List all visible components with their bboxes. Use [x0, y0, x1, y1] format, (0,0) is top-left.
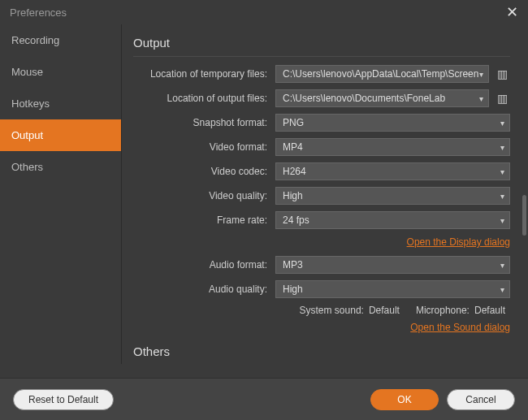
video-quality-select[interactable]: High▾	[275, 187, 510, 205]
chevron-down-icon: ▾	[500, 285, 504, 294]
sidebar-item-output[interactable]: Output	[0, 119, 121, 151]
label-audio-format: Audio format:	[133, 259, 275, 271]
sidebar-item-hotkeys[interactable]: Hotkeys	[0, 88, 121, 119]
section-title-output: Output	[133, 36, 510, 57]
scrollbar[interactable]	[522, 195, 526, 236]
label-temp-location: Location of temporary files:	[133, 68, 275, 80]
chevron-down-icon: ▾	[500, 119, 504, 128]
cancel-button[interactable]: Cancel	[447, 389, 515, 410]
chevron-down-icon: ▾	[500, 216, 504, 225]
sidebar-item-recording[interactable]: Recording	[0, 24, 121, 56]
sidebar-item-mouse[interactable]: Mouse	[0, 56, 121, 88]
chevron-down-icon: ▾	[479, 94, 483, 103]
system-sound-value: Default	[369, 305, 400, 316]
close-icon[interactable]: ✕	[506, 3, 518, 21]
frame-rate-select[interactable]: 24 fps▾	[275, 211, 510, 229]
video-codec-select[interactable]: H264▾	[275, 162, 510, 180]
label-audio-quality: Audio quality:	[133, 284, 275, 295]
footer: Reset to Default OK Cancel	[0, 378, 528, 420]
open-sound-dialog-link[interactable]: Open the Sound dialog	[410, 322, 510, 333]
sidebar-item-label: Output	[11, 129, 43, 141]
label-frame-rate: Frame rate:	[133, 214, 275, 226]
sidebar-item-label: Recording	[11, 34, 59, 46]
output-location-select[interactable]: C:\Users\lenovo\Documents\FoneLab▾	[275, 89, 489, 107]
sidebar-item-label: Others	[11, 161, 43, 173]
ok-button[interactable]: OK	[370, 389, 439, 410]
folder-icon[interactable]: ▥	[494, 67, 510, 81]
temp-location-select[interactable]: C:\Users\lenovo\AppData\Local\Temp\Scree…	[275, 65, 489, 83]
label-output-location: Location of output files:	[133, 93, 275, 104]
audio-format-select[interactable]: MP3▾	[275, 256, 510, 274]
chevron-down-icon: ▾	[500, 192, 504, 201]
sidebar-item-label: Mouse	[11, 66, 43, 78]
folder-icon[interactable]: ▥	[494, 91, 510, 106]
snapshot-format-select[interactable]: PNG▾	[275, 114, 510, 132]
titlebar: Preferences ✕	[0, 0, 528, 24]
chevron-down-icon: ▾	[500, 167, 504, 176]
window-title: Preferences	[10, 6, 67, 19]
microphone-label: Microphone:	[416, 305, 470, 316]
reset-button[interactable]: Reset to Default	[13, 389, 114, 410]
chevron-down-icon: ▾	[479, 70, 483, 79]
video-format-select[interactable]: MP4▾	[275, 138, 510, 156]
label-snapshot-format: Snapshot format:	[133, 117, 275, 128]
chevron-down-icon: ▾	[500, 143, 504, 152]
sidebar-item-label: Hotkeys	[11, 97, 50, 110]
system-sound-label: System sound:	[300, 305, 364, 316]
sidebar: Recording Mouse Hotkeys Output Others	[0, 24, 122, 364]
label-video-format: Video format:	[133, 141, 275, 153]
open-display-dialog-link[interactable]: Open the Display dialog	[407, 236, 510, 248]
label-video-codec: Video codec:	[133, 166, 275, 177]
section-title-others: Others	[133, 344, 510, 364]
content-pane: Output Location of temporary files: C:\U…	[122, 24, 528, 364]
sidebar-item-others[interactable]: Others	[0, 151, 121, 183]
microphone-value: Default	[474, 305, 505, 316]
audio-quality-select[interactable]: High▾	[275, 280, 510, 298]
audio-info-row: System sound:Default Microphone:Default	[133, 305, 510, 316]
label-video-quality: Video quality:	[133, 190, 275, 201]
chevron-down-icon: ▾	[500, 261, 504, 270]
